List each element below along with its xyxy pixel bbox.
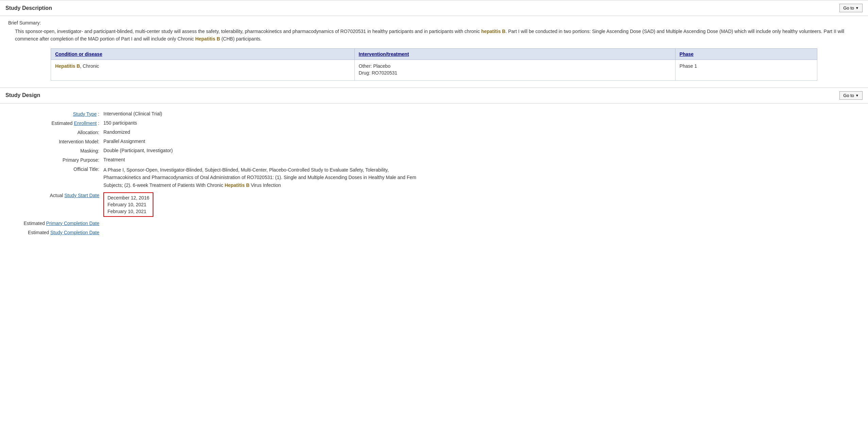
table-header-row: Condition or disease Intervention/treatm… bbox=[51, 48, 817, 60]
intervention-drug: Drug: RO7020531 bbox=[359, 70, 671, 76]
study-completion-value: February 10, 2021 bbox=[107, 209, 149, 214]
intervention-model-value: Parallel Assignment bbox=[103, 139, 860, 144]
intervention-placebo: Other: Placebo bbox=[359, 63, 671, 69]
official-title-value: A Phase I, Sponsor-Open, Investigator-Bl… bbox=[103, 166, 860, 189]
goto-label: Go to bbox=[843, 5, 854, 11]
enrollment-label: Estimated Enrollment : bbox=[8, 120, 103, 126]
official-title-end: Virus Infection bbox=[250, 182, 281, 188]
chevron-down-icon-2: ▼ bbox=[855, 94, 859, 97]
allocation-label: Allocation: bbox=[8, 129, 103, 135]
goto-label-2: Go to bbox=[843, 93, 854, 98]
study-type-link[interactable]: Study Type bbox=[73, 111, 97, 117]
table-cell-phase: Phase 1 bbox=[675, 60, 817, 80]
primary-completion-link[interactable]: Primary Completion Date bbox=[46, 221, 99, 226]
summary-hepatitis-2: Hepatitis B bbox=[195, 36, 220, 42]
study-design-goto-button[interactable]: Go to ▼ bbox=[839, 91, 863, 100]
condition-hepatitis: Hepatitis B bbox=[55, 63, 80, 69]
summary-hepatitis-1: hepatitis B bbox=[481, 29, 506, 34]
enrollment-value: 150 participants bbox=[103, 120, 860, 126]
condition-suffix: , Chronic bbox=[80, 63, 99, 69]
study-completion-label: Estimated Study Completion Date bbox=[8, 229, 103, 235]
table-cell-condition: Hepatitis B, Chronic bbox=[51, 60, 354, 80]
primary-completion-label: Estimated Primary Completion Date bbox=[8, 220, 103, 226]
official-title-hepatitis: Hepatitis B bbox=[224, 182, 249, 188]
primary-completion-value: February 10, 2021 bbox=[107, 202, 149, 207]
official-title-line1: A Phase I, Sponsor-Open, Investigator-Bl… bbox=[103, 167, 389, 173]
study-type-label: Study Type : bbox=[8, 111, 103, 117]
intervention-model-label: Intervention Model: bbox=[8, 139, 103, 144]
primary-purpose-label: Primary Purpose: bbox=[8, 157, 103, 163]
official-title-label: Official Title: bbox=[8, 166, 103, 189]
start-date-label: Actual Study Start Date bbox=[8, 192, 103, 217]
start-date-value: December 12, 2016 bbox=[107, 195, 149, 201]
enrollment-link[interactable]: Enrollment bbox=[74, 121, 97, 126]
allocation-value: Randomized bbox=[103, 129, 860, 135]
study-design-title: Study Design bbox=[5, 92, 40, 98]
col-header-phase: Phase bbox=[675, 48, 817, 60]
brief-summary-label: Brief Summary: bbox=[8, 20, 860, 26]
study-completion-spacer bbox=[103, 229, 860, 235]
study-description-goto-button[interactable]: Go to ▼ bbox=[839, 4, 863, 12]
study-description-header: Study Description Go to ▼ bbox=[0, 0, 868, 16]
study-design-content: Study Type : Interventional (Clinical Tr… bbox=[0, 103, 868, 245]
primary-completion-spacer bbox=[103, 220, 860, 226]
dates-highlighted-box: December 12, 2016 February 10, 2021 Febr… bbox=[103, 192, 153, 217]
table-row: Hepatitis B, Chronic Other: Placebo Drug… bbox=[51, 60, 817, 80]
table-cell-intervention: Other: Placebo Drug: RO7020531 bbox=[354, 60, 675, 80]
official-title-line2: Pharmacokinetics and Pharmacodynamics of… bbox=[103, 175, 416, 180]
study-type-value: Interventional (Clinical Trial) bbox=[103, 111, 860, 117]
study-start-date-link[interactable]: Study Start Date bbox=[64, 193, 99, 198]
summary-text-1: This sponsor-open, investigator- and par… bbox=[15, 29, 481, 34]
phase-value: Phase 1 bbox=[680, 63, 697, 69]
brief-summary-text: This sponsor-open, investigator- and par… bbox=[8, 28, 860, 43]
study-completion-link[interactable]: Study Completion Date bbox=[50, 230, 99, 235]
study-description-content: Brief Summary: This sponsor-open, invest… bbox=[0, 16, 868, 87]
col-header-condition: Condition or disease bbox=[51, 48, 354, 60]
condition-table: Condition or disease Intervention/treatm… bbox=[51, 48, 817, 81]
official-title-line3: Subjects; (2). 6-week Treatment of Patie… bbox=[103, 182, 224, 188]
primary-purpose-value: Treatment bbox=[103, 157, 860, 163]
study-description-title: Study Description bbox=[5, 5, 52, 11]
design-fields-grid: Study Type : Interventional (Clinical Tr… bbox=[8, 108, 860, 239]
summary-text-3: (CHB) participants. bbox=[220, 36, 262, 42]
chevron-down-icon: ▼ bbox=[855, 6, 859, 10]
dates-box-container: December 12, 2016 February 10, 2021 Febr… bbox=[103, 192, 860, 217]
study-design-header: Study Design Go to ▼ bbox=[0, 87, 868, 103]
masking-label: Masking: bbox=[8, 148, 103, 154]
col-header-intervention: Intervention/treatment bbox=[354, 48, 675, 60]
masking-value: Double (Participant, Investigator) bbox=[103, 148, 860, 154]
